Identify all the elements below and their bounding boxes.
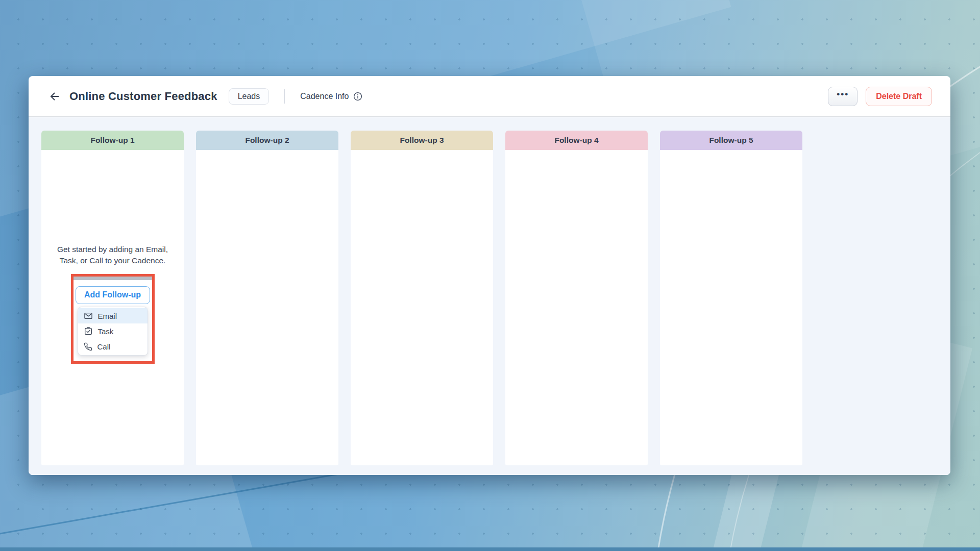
cadence-info-link[interactable]: Cadence Info	[300, 92, 362, 101]
add-followup-button[interactable]: Add Follow-up	[76, 286, 150, 304]
column-body	[351, 150, 493, 465]
menu-item-label: Email	[98, 312, 117, 320]
annotation-artifact	[74, 277, 152, 280]
cadence-info-label: Cadence Info	[300, 92, 349, 101]
column-header: Follow-up 4	[505, 131, 648, 150]
more-options-button[interactable]: •••	[828, 87, 857, 106]
column-header: Follow-up 1	[41, 131, 184, 150]
column-body	[660, 150, 802, 465]
task-icon	[84, 327, 93, 336]
back-button[interactable]	[47, 89, 62, 104]
menu-item-label: Call	[97, 342, 111, 351]
column-body	[505, 150, 648, 465]
module-badge: Leads	[229, 88, 270, 105]
cadence-editor-panel: Online Customer Feedback Leads Cadence I…	[29, 76, 950, 475]
header-divider	[284, 89, 285, 104]
page-title: Online Customer Feedback	[69, 90, 217, 103]
menu-item[interactable]: Task	[78, 323, 148, 339]
column-followup-4: Follow-up 4	[505, 131, 648, 465]
column-followup-3: Follow-up 3	[351, 131, 493, 465]
desktop-background: Online Customer Feedback Leads Cadence I…	[0, 0, 980, 551]
cadence-board: Follow-up 1 Get started by adding an Ema…	[29, 117, 950, 475]
menu-item-label: Task	[98, 327, 114, 336]
annotation-highlight-box: Add Follow-up	[71, 274, 155, 364]
add-followup-dropdown: Email	[78, 307, 148, 356]
column-header: Follow-up 3	[351, 131, 493, 150]
email-icon	[84, 311, 93, 320]
empty-state: Get started by adding an Email, Task, or…	[41, 150, 184, 364]
column-followup-1: Follow-up 1 Get started by adding an Ema…	[41, 131, 184, 465]
call-icon	[84, 342, 92, 351]
followup-columns: Follow-up 1 Get started by adding an Ema…	[41, 131, 950, 465]
column-header: Follow-up 5	[660, 131, 802, 150]
empty-state-message: Get started by adding an Email, Task, or…	[47, 244, 178, 266]
column-followup-5: Follow-up 5	[660, 131, 802, 465]
arrow-left-icon	[48, 90, 61, 103]
column-followup-2: Follow-up 2	[196, 131, 338, 465]
menu-item[interactable]: Call	[78, 339, 148, 354]
info-icon[interactable]	[353, 92, 362, 101]
column-body: Get started by adding an Email, Task, or…	[41, 150, 184, 465]
bottom-edge-strip	[0, 547, 980, 551]
menu-item[interactable]: Email	[78, 308, 148, 323]
panel-header: Online Customer Feedback Leads Cadence I…	[29, 76, 950, 117]
column-body	[196, 150, 338, 465]
column-header: Follow-up 2	[196, 131, 338, 150]
delete-draft-button[interactable]: Delete Draft	[866, 87, 932, 106]
